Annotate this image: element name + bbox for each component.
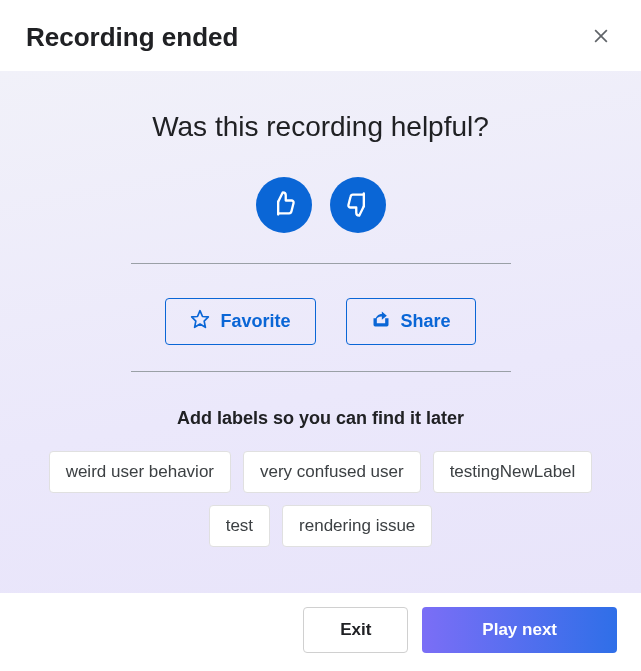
favorite-button[interactable]: Favorite (165, 298, 315, 345)
divider (131, 371, 511, 372)
play-next-button[interactable]: Play next (422, 607, 617, 653)
thumbs-up-icon (270, 190, 298, 221)
label-chip[interactable]: weird user behavior (49, 451, 231, 493)
modal-title: Recording ended (26, 22, 238, 53)
modal-header: Recording ended (0, 0, 641, 71)
labels-container: weird user behavior very confused user t… (28, 451, 613, 547)
exit-button[interactable]: Exit (303, 607, 408, 653)
actions-row: Favorite Share (165, 298, 475, 345)
label-chip[interactable]: very confused user (243, 451, 421, 493)
star-icon (190, 309, 210, 334)
close-icon (591, 26, 611, 49)
share-icon (371, 309, 391, 334)
share-label: Share (401, 311, 451, 332)
recording-ended-modal: Recording ended Was this recording helpf… (0, 0, 641, 671)
modal-content: Was this recording helpful? (0, 71, 641, 593)
divider (131, 263, 511, 264)
favorite-label: Favorite (220, 311, 290, 332)
modal-footer: Exit Play next (0, 593, 641, 671)
thumbs-down-button[interactable] (330, 177, 386, 233)
close-button[interactable] (587, 22, 615, 53)
label-chip[interactable]: test (209, 505, 270, 547)
feedback-question: Was this recording helpful? (152, 111, 489, 143)
labels-heading: Add labels so you can find it later (177, 408, 464, 429)
thumbs-up-button[interactable] (256, 177, 312, 233)
svg-marker-2 (192, 311, 209, 328)
feedback-buttons (256, 177, 386, 233)
label-chip[interactable]: rendering issue (282, 505, 432, 547)
label-chip[interactable]: testingNewLabel (433, 451, 593, 493)
thumbs-down-icon (344, 190, 372, 221)
share-button[interactable]: Share (346, 298, 476, 345)
